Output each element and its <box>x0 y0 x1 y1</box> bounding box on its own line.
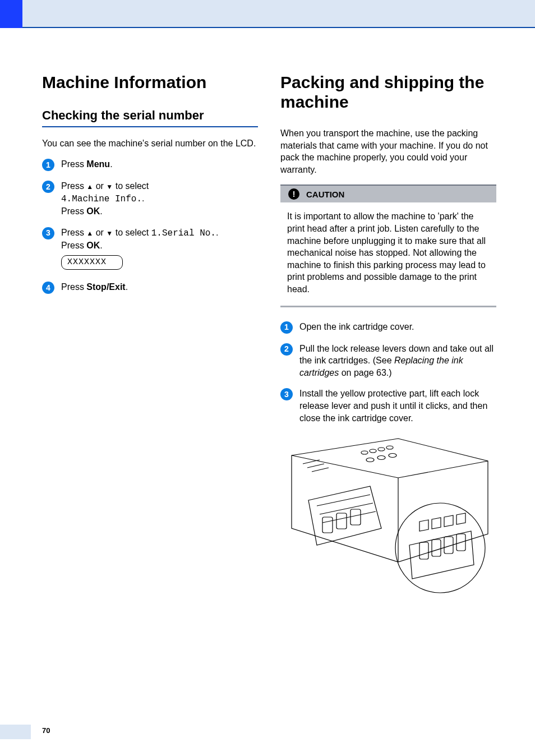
step-text: Press Menu. <box>61 158 258 170</box>
steps-left: 1 Press Menu. 2 Press ▲ or ▼ to select 4… <box>42 158 258 294</box>
svg-point-2 <box>378 448 385 451</box>
step-number-icon: 3 <box>280 388 293 400</box>
svg-point-0 <box>361 451 368 454</box>
step-3: 3 Press ▲ or ▼ to select 1.Serial No.. P… <box>42 227 258 272</box>
up-arrow-icon: ▲ <box>86 229 93 238</box>
steps-right: 1 Open the ink cartridge cover. 2 Pull t… <box>280 321 496 425</box>
svg-point-3 <box>386 446 393 449</box>
step-1: 1 Open the ink cartridge cover. <box>280 321 496 334</box>
left-column: Machine Information Checking the serial … <box>42 73 258 601</box>
down-arrow-icon: ▼ <box>106 229 113 238</box>
heading-machine-information: Machine Information <box>42 73 258 93</box>
intro-packing: When you transport the machine, use the … <box>280 127 496 176</box>
heading-rule <box>42 126 258 127</box>
svg-rect-12 <box>432 540 441 556</box>
caution-icon: ! <box>288 188 299 200</box>
page-number-tab <box>0 725 31 739</box>
step-number-icon: 3 <box>42 227 54 239</box>
svg-point-6 <box>389 454 396 458</box>
caution-label: CAUTION <box>306 190 344 199</box>
step-text: Pull the lock release levers down and ta… <box>299 343 496 379</box>
step-number-icon: 1 <box>280 321 293 334</box>
svg-rect-7 <box>322 517 333 533</box>
svg-rect-9 <box>350 509 361 525</box>
step-2: 2 Pull the lock release levers down and … <box>280 343 496 379</box>
lcd-menu-path: 1.Serial No. <box>151 228 216 238</box>
svg-point-4 <box>366 458 374 462</box>
step-1: 1 Press Menu. <box>42 158 258 171</box>
step-number-icon: 2 <box>42 181 54 193</box>
svg-rect-8 <box>336 513 347 529</box>
step-text: Press ▲ or ▼ to select 1.Serial No.. Pre… <box>61 227 258 272</box>
printer-svg-icon <box>286 433 494 601</box>
step-number-icon: 2 <box>280 343 293 356</box>
printer-illustration <box>286 433 494 601</box>
step-text: Press Stop/Exit. <box>61 281 258 293</box>
content-columns: Machine Information Checking the serial … <box>42 73 496 601</box>
step-number-icon: 4 <box>42 282 54 294</box>
intro-serial: You can see the machine's serial number … <box>42 137 258 150</box>
page-number: 70 <box>42 726 50 735</box>
step-text: Press ▲ or ▼ to select 4.Machine Info.. … <box>61 180 258 218</box>
header-band <box>0 0 535 28</box>
step-text: Open the ink cartridge cover. <box>299 321 496 333</box>
header-tab <box>0 0 22 28</box>
lcd-display: XXXXXXX <box>61 255 123 270</box>
svg-point-10 <box>395 503 485 593</box>
step-4: 4 Press Stop/Exit. <box>42 281 258 294</box>
caution-box: ! CAUTION It is important to allow the m… <box>280 185 496 307</box>
lcd-menu-path: 4.Machine Info. <box>61 194 142 204</box>
up-arrow-icon: ▲ <box>86 182 93 191</box>
heading-packing-shipping: Packing and shipping the machine <box>280 73 496 112</box>
step-number-icon: 1 <box>42 159 54 171</box>
subheading-serial-number: Checking the serial number <box>42 108 258 123</box>
caution-header: ! CAUTION <box>280 186 496 202</box>
step-2: 2 Press ▲ or ▼ to select 4.Machine Info.… <box>42 180 258 218</box>
step-3: 3 Install the yellow protective part, li… <box>280 388 496 424</box>
caution-body: It is important to allow the machine to … <box>280 202 496 305</box>
right-column: Packing and shipping the machine When yo… <box>280 73 496 601</box>
svg-point-5 <box>377 456 385 460</box>
page: Machine Information Checking the serial … <box>0 0 535 756</box>
down-arrow-icon: ▼ <box>106 182 113 191</box>
svg-rect-11 <box>419 542 428 559</box>
svg-point-1 <box>370 449 376 453</box>
step-text: Install the yellow protective part, lift… <box>299 388 496 424</box>
